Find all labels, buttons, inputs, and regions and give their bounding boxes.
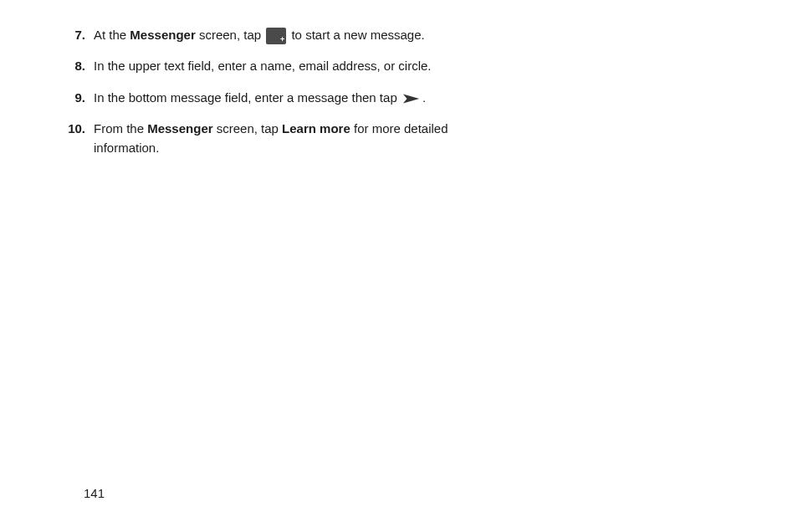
- text-run: screen, tap: [213, 121, 283, 136]
- instruction-step: 9.In the bottom message field, enter a m…: [65, 88, 458, 107]
- compose-message-icon: +: [266, 28, 286, 44]
- bold-text: Messenger: [130, 28, 195, 42]
- text-run: In the upper text field, enter a name, e…: [94, 59, 432, 73]
- step-number: 7.: [65, 25, 94, 44]
- bold-text: Learn more: [282, 121, 350, 136]
- step-text: From the Messenger screen, tap Learn mor…: [94, 119, 458, 158]
- text-run: From the: [94, 121, 147, 136]
- instruction-list-container: 7.At the Messenger screen, tap + to star…: [65, 25, 458, 157]
- send-arrow-icon: [402, 92, 421, 105]
- step-text: At the Messenger screen, tap + to start …: [94, 25, 458, 44]
- instruction-step: 10.From the Messenger screen, tap Learn …: [65, 119, 458, 158]
- step-number: 10.: [65, 119, 94, 138]
- text-run: In the bottom message field, enter a mes…: [94, 90, 401, 105]
- text-run: .: [422, 90, 426, 105]
- instruction-step: 8.In the upper text field, enter a name,…: [65, 56, 458, 75]
- instruction-list: 7.At the Messenger screen, tap + to star…: [65, 25, 458, 157]
- text-run: At the: [94, 28, 130, 42]
- step-number: 8.: [65, 56, 94, 75]
- step-number: 9.: [65, 88, 94, 107]
- page-number: 141: [84, 486, 105, 500]
- bold-text: Messenger: [147, 121, 212, 136]
- step-text: In the bottom message field, enter a mes…: [94, 88, 458, 107]
- instruction-step: 7.At the Messenger screen, tap + to star…: [65, 25, 458, 44]
- text-run: to start a new message.: [288, 28, 424, 42]
- text-run: screen, tap: [196, 28, 265, 42]
- step-text: In the upper text field, enter a name, e…: [94, 56, 458, 75]
